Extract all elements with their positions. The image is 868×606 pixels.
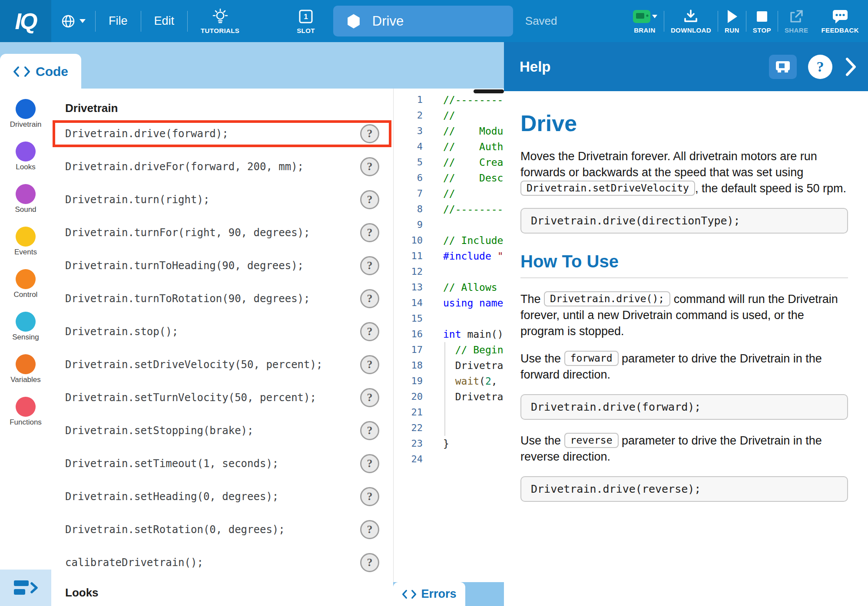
tab-code[interactable]: Code [0, 54, 81, 89]
code-line: 13// Allows [394, 280, 504, 295]
code-line-text: Drivetrain [423, 358, 504, 373]
command-help-button[interactable]: ? [360, 421, 379, 440]
code-line-text: // Desc [423, 170, 503, 186]
line-number: 5 [394, 155, 423, 170]
doc-title: Drive [520, 110, 848, 136]
code-editor[interactable]: 1//-------------------------2//3// Modu4… [393, 89, 504, 582]
code-example: Drivetrain.drive(forward); [520, 394, 848, 420]
play-icon [726, 9, 739, 24]
code-line: 6// Desc [394, 170, 504, 186]
sidebar-item-events[interactable]: Events [14, 227, 37, 257]
category-label: Functions [10, 418, 42, 427]
command-row[interactable]: Drivetrain.drive(forward);? [51, 117, 393, 150]
command-row[interactable]: Drivetrain.setHeading(0, degrees);? [51, 480, 393, 513]
stop-button[interactable]: STOP [746, 8, 778, 34]
run-button[interactable]: RUN [718, 8, 746, 34]
inline-code-chip: Drivetrain.setDriveVelocity [520, 181, 695, 196]
command-row[interactable]: Drivetrain.driveFor(forward, 200, mm);? [51, 150, 393, 183]
how-to-use-heading: How To Use [520, 252, 848, 271]
line-number: 19 [394, 373, 423, 389]
command-help-button[interactable]: ? [360, 520, 379, 539]
toolbar: IQ File Edit [0, 0, 868, 42]
collapse-panel-button[interactable] [845, 57, 857, 77]
command-row[interactable]: Drivetrain.setTimeout(1, seconds);? [51, 447, 393, 480]
brain-button[interactable]: BRAIN [626, 8, 664, 34]
command-help-button[interactable]: ? [360, 223, 379, 242]
command-row[interactable]: Drivetrain.turnToHeading(90, degrees);? [51, 249, 393, 282]
command-help-button[interactable]: ? [360, 487, 379, 506]
command-row[interactable]: Drivetrain.turnFor(right, 90, degrees);? [51, 216, 393, 249]
sidebar-item-variables[interactable]: Variables [10, 354, 41, 384]
edit-menu[interactable]: Edit [141, 14, 188, 28]
code-line: 21 [394, 405, 504, 420]
tab-errors[interactable]: Errors [393, 582, 465, 606]
feedback-button[interactable]: FEEDBACK [815, 8, 865, 34]
errors-tab-label: Errors [421, 587, 456, 601]
command-help-button[interactable]: ? [360, 289, 379, 308]
code-line: 7// [394, 186, 504, 201]
text-run: Use the [520, 352, 564, 365]
code-line: 14using name [394, 295, 504, 311]
command-row[interactable]: Drivetrain.setRotation(0, degrees);? [51, 513, 393, 546]
horizontal-scrollbar[interactable] [474, 89, 504, 93]
line-number: 21 [394, 405, 423, 420]
sidebar-item-drivetrain[interactable]: Drivetrain [10, 99, 42, 129]
command-row[interactable]: Drivetrain.stop();? [51, 315, 393, 348]
command-help-button[interactable]: ? [360, 454, 379, 473]
code-line-text [423, 311, 443, 326]
question-icon: ? [817, 59, 824, 75]
code-line: 16int main() { [394, 326, 504, 342]
stop-icon [755, 10, 769, 23]
code-line-text: // Begin [423, 342, 503, 358]
command-row[interactable]: Drivetrain.setTurnVelocity(50, percent);… [51, 381, 393, 414]
sidebar-item-sound[interactable]: Sound [15, 184, 36, 214]
blocks-toggle-button[interactable] [0, 570, 51, 606]
command-help-button[interactable]: ? [360, 553, 379, 572]
command-help-button[interactable]: ? [360, 388, 379, 407]
code-line-text [423, 264, 443, 280]
sidebar-item-looks[interactable]: Looks [16, 142, 36, 171]
command-row[interactable]: Drivetrain.turn(right);? [51, 183, 393, 216]
command-help-button[interactable]: ? [360, 322, 379, 341]
command-row[interactable]: Drivetrain.turnToRotation(90, degrees);? [51, 282, 393, 315]
divider [187, 11, 188, 32]
section-title: Drivetrain [65, 102, 393, 115]
help-panel: Help ? Drive Moves [504, 42, 868, 606]
download-button[interactable]: DOWNLOAD [664, 8, 718, 34]
help-paragraph: Use the forward parameter to drive the D… [520, 351, 848, 383]
command-label: Drivetrain.setHeading(0, degrees); [65, 491, 278, 503]
command-label: Drivetrain.turnFor(right, 90, degrees); [65, 227, 310, 239]
brain-info-button[interactable] [769, 55, 797, 79]
command-help-button[interactable]: ? [360, 124, 379, 143]
brain-label: BRAIN [634, 26, 656, 34]
code-line-text [423, 217, 443, 233]
code-line-text: //------------------------- [423, 92, 504, 108]
svg-text:1: 1 [304, 13, 308, 21]
command-help-button[interactable]: ? [360, 355, 379, 374]
sensing-category-icon [16, 312, 36, 332]
help-question-button[interactable]: ? [808, 55, 832, 79]
command-help-button[interactable]: ? [360, 190, 379, 209]
command-help-button[interactable]: ? [360, 157, 379, 176]
blocks-icon [13, 578, 38, 597]
command-label: Drivetrain.stop(); [65, 326, 178, 338]
file-menu[interactable]: File [96, 14, 141, 28]
command-row[interactable]: Drivetrain.setStopping(brake);? [51, 414, 393, 447]
sidebar-item-functions[interactable]: Functions [10, 397, 42, 427]
tutorials-button[interactable]: TUTORIALS [194, 8, 246, 34]
help-content: Drive Moves the Drivetrain forever. All … [504, 91, 868, 502]
sidebar-item-control[interactable]: Control [14, 269, 38, 299]
sidebar-item-sensing[interactable]: Sensing [12, 312, 39, 342]
feedback-icon [832, 9, 848, 24]
language-menu[interactable] [51, 14, 95, 29]
slot-button[interactable]: 1 SLOT [290, 8, 322, 34]
help-header: Help ? [504, 42, 868, 91]
category-label: Events [14, 248, 37, 257]
code-line: 23} [394, 436, 504, 451]
command-row[interactable]: calibrateDrivetrain();? [51, 546, 393, 579]
command-row[interactable]: Drivetrain.setDriveVelocity(50, percent)… [51, 348, 393, 381]
share-button[interactable]: SHARE [778, 8, 815, 34]
command-help-button[interactable]: ? [360, 256, 379, 275]
project-name-button[interactable]: Drive [333, 6, 513, 36]
command-label: Drivetrain.turnToRotation(90, degrees); [65, 293, 310, 305]
